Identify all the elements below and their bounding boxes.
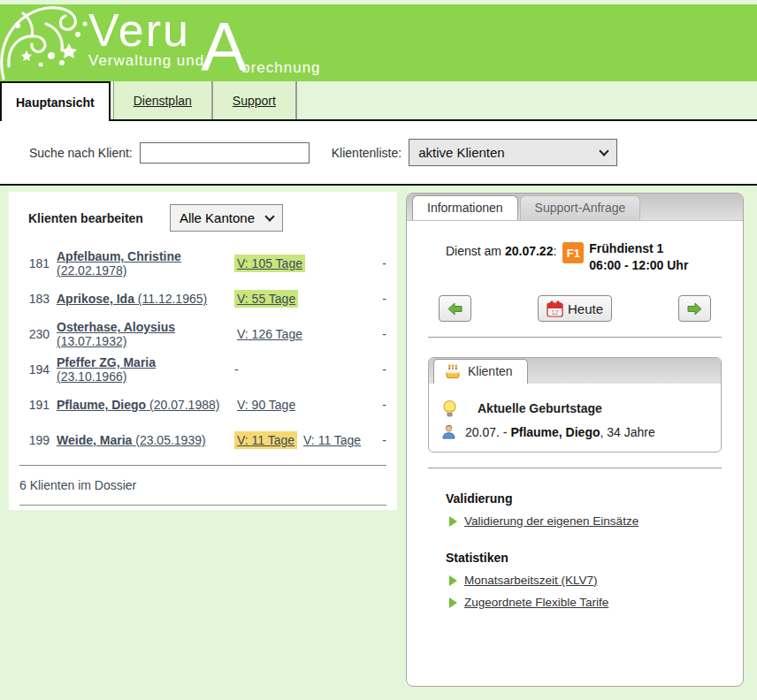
canton-filter-value: Alle Kantone (180, 210, 255, 225)
shift-name: Frühdienst 1 (589, 241, 663, 255)
statistics-heading: Statistiken (446, 551, 743, 565)
logo-main-text: Veru (88, 6, 204, 54)
klienten-tab-label: Klienten (468, 364, 513, 378)
client-name-link[interactable]: Weide, Maria (23.05.1939) (57, 433, 206, 447)
client-id: 183 (19, 292, 50, 306)
app-logo: Veru Verwaltung und A brechnung (88, 6, 321, 82)
shift-details: Frühdienst 1 06:00 - 12:00 Uhr (589, 240, 688, 274)
next-day-button[interactable] (678, 295, 711, 322)
client-id: 191 (19, 398, 50, 412)
canton-filter-select[interactable]: Alle Kantone (170, 204, 283, 232)
client-count-text: 6 Klienten im Dossier (19, 473, 386, 498)
vacation-badge[interactable]: V: 11 Tage (234, 431, 297, 449)
shift-time: 06:00 - 12:00 Uhr (589, 258, 688, 272)
client-id: 230 (19, 327, 50, 341)
clients-panel: Klienten bearbeiten Alle Kantone 181 Apf… (9, 192, 397, 510)
search-input[interactable] (140, 142, 310, 164)
triangle-bullet-icon (449, 597, 457, 608)
calendar-icon: 12 (547, 301, 563, 317)
person-icon (441, 424, 456, 439)
birthday-entry: 20.07. - Pflaume, Diego, 34 Jahre (465, 425, 655, 439)
client-name-link[interactable]: Osterhase, Aloysius (13.07.1932) (57, 320, 175, 348)
search-label: Suche nach Klient: (29, 146, 133, 160)
client-row: 183 Aprikose, Ida (11.12.1965) V: 55 Tag… (19, 281, 386, 316)
validation-link[interactable]: Validierung der eigenen Einsätze (464, 514, 638, 528)
client-name-link[interactable]: Aprikose, Ida (11.12.1965) (57, 292, 207, 306)
divider (19, 465, 386, 466)
duty-info-row: Dienst am 20.07.22: F1 Frühdienst 1 06:0… (446, 240, 743, 274)
tab-klienten[interactable]: Klienten (433, 359, 528, 384)
tab-support-anfrage[interactable]: Support-Anfrage (520, 195, 641, 220)
prev-day-button[interactable] (439, 295, 471, 322)
client-id: 194 (19, 362, 50, 377)
vacation-badge[interactable]: V: 55 Tage (234, 290, 298, 308)
clients-panel-title: Klienten bearbeiten (28, 211, 143, 225)
duty-date-text: Dienst am 20.07.22: (446, 244, 556, 258)
client-row: 181 Apfelbaum, Christine (22.02.1978) V:… (19, 246, 386, 281)
client-row: 199 Weide, Maria (23.05.1939) V: 11 Tage… (19, 422, 386, 458)
flexible-tariffs-link[interactable]: Zugeordnete Flexible Tarife (464, 596, 608, 609)
client-dash: - (372, 433, 386, 447)
client-dash: - (372, 362, 386, 377)
triangle-bullet-icon (449, 516, 457, 527)
vacation-badge: - (234, 362, 239, 377)
arrow-left-icon (447, 302, 463, 316)
client-id: 181 (19, 256, 50, 270)
vacation-badge-2[interactable]: V: 11 Tage (301, 431, 363, 449)
logo-big-a: A (201, 11, 247, 82)
logo-subtitle-pre: Verwaltung und (88, 52, 204, 70)
tab-informationen[interactable]: Informationen (412, 195, 518, 220)
client-list: 181 Apfelbaum, Christine (22.02.1978) V:… (19, 246, 386, 458)
today-button[interactable]: 12 Heute (538, 295, 612, 322)
client-list-selected-value: aktive Klienten (418, 145, 505, 160)
lightbulb-icon (441, 399, 458, 417)
divider (19, 505, 386, 506)
client-dash: - (372, 292, 386, 306)
client-row: 191 Pflaume, Diego (20.07.1988) V: 90 Ta… (19, 387, 386, 422)
client-name-link[interactable]: Pflaume, Diego (20.07.1988) (57, 398, 219, 412)
page: Veru Verwaltung und A brechnung Hauptans… (0, 0, 757, 700)
client-dash: - (372, 398, 386, 412)
main-tabs: Hauptansicht Dienstplan Support (0, 81, 757, 119)
klienten-box-tabbar: Klienten (429, 358, 721, 384)
birthday-cake-icon (445, 363, 461, 379)
divider (428, 468, 722, 468)
shift-badge: F1 (562, 242, 584, 263)
client-dash: - (372, 327, 386, 341)
app-banner: Veru Verwaltung und A brechnung (0, 4, 757, 81)
arrow-right-icon (687, 302, 702, 316)
client-dash: - (372, 256, 386, 270)
divider (428, 337, 722, 338)
tab-dienstplan[interactable]: Dienstplan (114, 81, 213, 119)
monthly-worktime-link[interactable]: Monatsarbeitszeit (KLV7) (464, 574, 598, 587)
svg-text:12: 12 (552, 309, 559, 316)
tab-hauptansicht[interactable]: Hauptansicht (0, 81, 111, 121)
client-name-link[interactable]: Pfeffer ZG, Maria (23.10.1966) (57, 355, 156, 384)
vacation-badge[interactable]: V: 105 Tage (234, 255, 305, 272)
date-navigation: 12 Heute (439, 295, 711, 322)
birthday-heading-row: Aktuelle Geburtstage (441, 399, 708, 417)
logo-subtitle-post: brechnung (241, 59, 320, 77)
client-row: 194 Pfeffer ZG, Maria (23.10.1966) - - (19, 352, 386, 387)
client-list-select[interactable]: aktive Klienten (409, 139, 617, 166)
client-name-link[interactable]: Apfelbaum, Christine (22.02.1978) (57, 249, 181, 278)
validation-heading: Validierung (446, 491, 743, 506)
chevron-down-icon (599, 146, 608, 156)
client-id: 199 (19, 433, 50, 447)
floral-ornament-icon (0, 4, 97, 81)
klienten-box: Klienten Aktuelle Geburtstage (428, 357, 722, 453)
vacation-badge[interactable]: V: 126 Tage (234, 325, 305, 343)
tab-support[interactable]: Support (213, 81, 297, 119)
client-list-label: Klientenliste: (332, 146, 401, 160)
info-panel: Informationen Support-Anfrage Dienst am … (406, 193, 744, 687)
birthday-heading: Aktuelle Geburtstage (478, 401, 602, 415)
vacation-badge[interactable]: V: 90 Tage (234, 396, 298, 414)
statistics-section: Statistiken Monatsarbeitszeit (KLV7) Zug… (446, 551, 743, 609)
validation-section: Validierung Validierung der eigenen Eins… (446, 491, 743, 528)
client-row: 230 Osterhase, Aloysius (13.07.1932) V: … (19, 316, 386, 352)
chevron-down-icon (264, 211, 274, 221)
birthday-entry-row: 20.07. - Pflaume, Diego, 34 Jahre (441, 424, 708, 439)
info-panel-tabbar: Informationen Support-Anfrage (407, 194, 743, 221)
today-button-label: Heute (568, 301, 603, 316)
triangle-bullet-icon (449, 575, 457, 586)
